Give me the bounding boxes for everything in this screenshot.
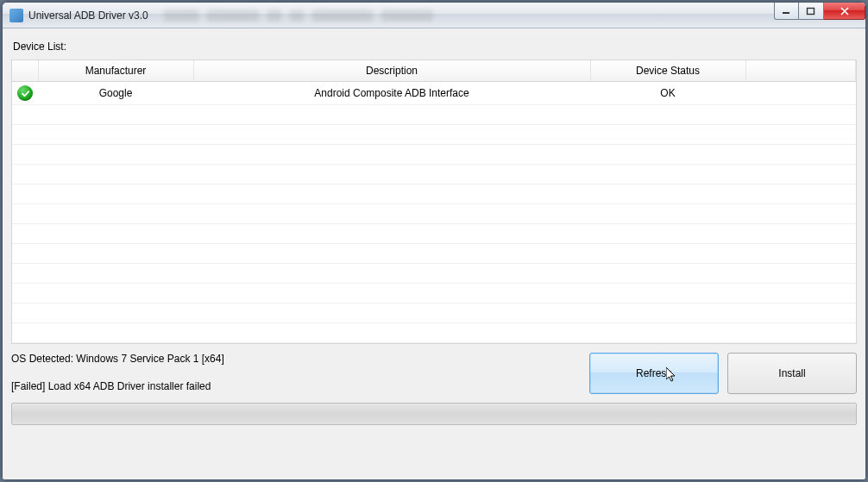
minimize-icon bbox=[782, 7, 792, 16]
svg-rect-0 bbox=[783, 12, 789, 14]
table-row: . bbox=[12, 244, 856, 264]
table-header-row: Manufacturer Description Device Status bbox=[12, 60, 856, 82]
install-button[interactable]: Install bbox=[727, 353, 857, 394]
header-spacer[interactable] bbox=[745, 60, 856, 82]
device-table-container: Manufacturer Description Device Status bbox=[11, 59, 857, 344]
os-detected-label: OS Detected: Windows 7 Service Pack 1 [x… bbox=[11, 353, 581, 365]
table-row: . bbox=[12, 204, 856, 224]
progress-bar bbox=[11, 403, 857, 425]
header-manufacturer[interactable]: Manufacturer bbox=[38, 60, 193, 82]
table-row: . bbox=[12, 145, 856, 165]
table-row: . bbox=[12, 264, 856, 284]
window-title: Universal ADB Driver v3.0 bbox=[28, 9, 148, 22]
table-row: . bbox=[12, 284, 856, 304]
table-row: . bbox=[12, 105, 856, 125]
table-row: . bbox=[12, 125, 856, 145]
table-row[interactable]: Google Android Composite ADB Interface O… bbox=[12, 82, 856, 105]
table-row: . bbox=[12, 323, 856, 343]
table-row: . bbox=[12, 185, 856, 204]
info-column: OS Detected: Windows 7 Service Pack 1 [x… bbox=[11, 353, 581, 394]
table-row: . bbox=[12, 165, 856, 185]
content-area: Device List: Manufacturer Description De… bbox=[3, 28, 865, 479]
refresh-button-label: Refresh bbox=[636, 367, 672, 379]
close-button[interactable] bbox=[824, 3, 865, 20]
table-body: Google Android Composite ADB Interface O… bbox=[12, 82, 856, 343]
close-icon bbox=[840, 7, 850, 16]
app-window: Universal ADB Driver v3.0 Device List: bbox=[2, 2, 866, 480]
checkmark-icon bbox=[17, 85, 33, 101]
device-table: Manufacturer Description Device Status bbox=[12, 60, 856, 343]
header-device-status[interactable]: Device Status bbox=[590, 60, 745, 82]
bottom-panel: OS Detected: Windows 7 Service Pack 1 [x… bbox=[11, 353, 857, 394]
cell-spacer bbox=[745, 82, 856, 105]
install-button-label: Install bbox=[778, 367, 805, 379]
header-status-icon[interactable] bbox=[12, 60, 38, 82]
minimize-button[interactable] bbox=[774, 3, 799, 20]
background-blur bbox=[164, 9, 433, 22]
window-controls bbox=[774, 3, 865, 20]
table-row: . bbox=[12, 304, 856, 323]
app-icon bbox=[9, 9, 23, 22]
titlebar[interactable]: Universal ADB Driver v3.0 bbox=[3, 3, 865, 28]
svg-rect-1 bbox=[808, 8, 815, 14]
maximize-button[interactable] bbox=[799, 3, 824, 20]
refresh-button[interactable]: Refresh bbox=[589, 353, 719, 394]
cell-description: Android Composite ADB Interface bbox=[193, 82, 590, 105]
table-row: . bbox=[12, 224, 856, 244]
status-message: [Failed] Load x64 ADB Driver installer f… bbox=[11, 380, 581, 392]
cell-device-status: OK bbox=[590, 82, 745, 105]
header-description[interactable]: Description bbox=[193, 60, 590, 82]
cell-manufacturer: Google bbox=[38, 82, 193, 105]
maximize-icon bbox=[806, 7, 816, 16]
device-list-label: Device List: bbox=[13, 41, 857, 53]
cell-status-icon bbox=[12, 82, 38, 105]
